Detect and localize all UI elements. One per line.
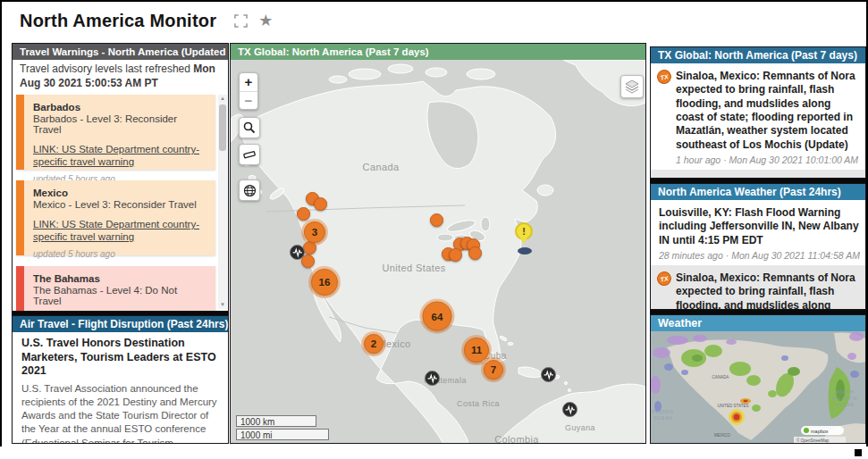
svg-text:NORTH: NORTH bbox=[836, 390, 855, 395]
zoom-control: + − bbox=[239, 72, 258, 110]
severity-bar bbox=[16, 180, 24, 255]
zoom-in-button[interactable]: + bbox=[240, 73, 257, 91]
scale-mi: 1000 mi bbox=[236, 429, 329, 440]
feed-item[interactable]: Dominican Republic: Coronavirus bbox=[651, 170, 865, 179]
scale-km: 1000 km bbox=[236, 415, 316, 427]
severity-bar bbox=[16, 95, 24, 170]
map-country-label: United States bbox=[382, 263, 445, 273]
tx-logo-icon: TX bbox=[656, 271, 673, 288]
dashboard: North America Monitor ★ Travel Warnings … bbox=[0, 0, 868, 459]
map-header: TX Global: North America (Past 7 days) bbox=[231, 44, 645, 60]
air-travel-panel: Air Travel - Flight Disruption (Past 24h… bbox=[12, 315, 229, 444]
favorite-star-icon[interactable]: ★ bbox=[258, 14, 273, 28]
earthquake-marker[interactable] bbox=[541, 367, 556, 382]
travel-warning-card[interactable]: Mexico Mexico - Level 3: Reconsider Trav… bbox=[16, 180, 215, 255]
warning-country: Barbados bbox=[33, 102, 206, 113]
weather-panel: Weather bbox=[650, 314, 866, 444]
map-country-label: Guyana bbox=[565, 423, 595, 432]
svg-text:UNITED STATES: UNITED STATES bbox=[718, 404, 749, 408]
event-cluster-marker[interactable]: 2 bbox=[364, 334, 383, 354]
map-canvas[interactable]: CanadaUnited StatesMexicoCubaGuatemalaCo… bbox=[231, 60, 645, 443]
ruler-icon bbox=[243, 148, 256, 161]
event-dot-marker[interactable] bbox=[314, 197, 327, 211]
event-cluster-marker[interactable]: 7 bbox=[484, 360, 503, 380]
map-panel: TX Global: North America (Past 7 days) bbox=[230, 43, 646, 444]
page-title: North America Monitor bbox=[20, 11, 216, 31]
globe-icon bbox=[243, 184, 257, 197]
scroll-up-icon[interactable]: ▲ bbox=[220, 95, 225, 103]
event-dot-marker[interactable] bbox=[303, 241, 316, 255]
earthquake-marker[interactable] bbox=[290, 245, 305, 260]
svg-text:mapbox: mapbox bbox=[811, 429, 829, 434]
warning-country: The Bahamas bbox=[33, 273, 206, 284]
travel-warning-card[interactable]: Barbados Barbados - Level 3: Reconsider … bbox=[16, 95, 215, 170]
svg-text:PACIFIC: PACIFIC bbox=[653, 410, 674, 414]
layers-icon bbox=[624, 79, 640, 95]
scroll-down-icon[interactable]: ▼ bbox=[220, 301, 225, 309]
warning-updated: updated 5 hours ago bbox=[33, 249, 206, 259]
feed-item[interactable]: TX Sinaloa, Mexico: Remnants of Nora exp… bbox=[651, 265, 865, 310]
warning-level: Barbados - Level 3: Reconsider Travel bbox=[33, 113, 206, 135]
alert-pin-marker[interactable]: ! bbox=[515, 222, 533, 240]
map-country-label: Colombia bbox=[494, 434, 539, 443]
event-dot-marker[interactable] bbox=[297, 207, 310, 221]
earthquake-marker[interactable] bbox=[562, 402, 577, 417]
tx-global-feed-panel: TX Global: North America (Past 7 days) T… bbox=[650, 46, 866, 179]
travel-warning-card[interactable]: The Bahamas The Bahamas - Level 4: Do No… bbox=[16, 266, 215, 311]
window-border-left bbox=[0, 0, 2, 446]
search-icon bbox=[243, 121, 256, 134]
feed-item-meta: 28 minutes ago · Mon Aug 30 2021 11:04:5… bbox=[659, 250, 860, 261]
warning-level: The Bahamas - Level 4: Do Not Travel bbox=[33, 285, 206, 306]
air-travel-header: Air Travel - Flight Disruption (Past 24h… bbox=[13, 316, 228, 332]
feed-item-title: Sinaloa, Mexico: Remnants of Nora expect… bbox=[676, 271, 860, 310]
fullscreen-icon[interactable] bbox=[234, 14, 248, 28]
severity-bar bbox=[16, 266, 24, 311]
weather-header: Weather bbox=[651, 315, 865, 331]
svg-text:OCEAN: OCEAN bbox=[835, 403, 854, 407]
travel-list-scrollbar[interactable]: ▲ ▼ bbox=[218, 95, 227, 309]
measure-control[interactable] bbox=[239, 144, 260, 165]
event-cluster-marker[interactable]: 64 bbox=[423, 302, 452, 331]
event-cluster-marker[interactable]: 11 bbox=[464, 338, 489, 363]
search-control[interactable] bbox=[239, 117, 260, 138]
event-cluster-marker[interactable]: 16 bbox=[311, 269, 338, 296]
map-country-label: Costa Rica bbox=[457, 399, 500, 408]
feed-item-meta: 1 hour ago · Mon Aug 30 2021 10:01:00 AM… bbox=[676, 154, 860, 165]
warning-country: Mexico bbox=[33, 188, 206, 198]
travel-warning-list: Barbados Barbados - Level 3: Reconsider … bbox=[13, 93, 228, 311]
svg-text:OCEAN: OCEAN bbox=[653, 416, 672, 421]
feed-item[interactable]: Louisville, KY: Flash Flood Warning incl… bbox=[651, 200, 865, 265]
article-headline: U.S. Travel Honors Destination Marketers… bbox=[21, 337, 219, 379]
earthquake-marker[interactable] bbox=[425, 371, 440, 386]
flood-marker[interactable] bbox=[518, 247, 532, 255]
event-cluster-marker[interactable]: 3 bbox=[304, 221, 325, 243]
air-travel-article[interactable]: U.S. Travel Honors Destination Marketers… bbox=[13, 332, 228, 444]
tx-logo-icon: TX bbox=[656, 69, 673, 86]
svg-text:CANADA: CANADA bbox=[712, 375, 729, 380]
event-dot-marker[interactable] bbox=[449, 248, 462, 262]
refresh-note-text: Travel advisory levels last refreshed bbox=[20, 63, 193, 75]
resize-handle[interactable] bbox=[855, 449, 862, 456]
svg-text:© OpenStreetMap: © OpenStreetMap bbox=[796, 438, 830, 443]
travel-warnings-header: Travel Warnings - North America (Updated… bbox=[13, 44, 228, 60]
feed-item-title: Louisville, KY: Flash Flood Warning incl… bbox=[659, 206, 860, 247]
weather-radar-map[interactable]: CANADA UNITED STATES MEXICO NORTH ATLANT… bbox=[651, 331, 865, 444]
zoom-out-button[interactable]: − bbox=[240, 91, 257, 110]
article-body: U.S. Travel Association announced the re… bbox=[21, 382, 219, 444]
title-row: North America Monitor ★ bbox=[20, 11, 273, 31]
na-weather-feed-panel: North America Weather (Past 24hrs) Louis… bbox=[650, 183, 866, 310]
na-weather-feed-header: North America Weather (Past 24hrs) bbox=[651, 184, 865, 200]
event-dot-marker[interactable] bbox=[430, 213, 443, 227]
warning-level: Mexico - Level 3: Reconsider Travel bbox=[33, 199, 206, 210]
feed-item[interactable]: TX Sinaloa, Mexico: Remnants of Nora exp… bbox=[651, 63, 865, 170]
state-dept-link[interactable]: LINK: US State Department country-specif… bbox=[33, 218, 206, 244]
tx-global-feed-header: TX Global: North America (Past 7 days) bbox=[651, 47, 865, 63]
globe-control[interactable] bbox=[239, 179, 260, 201]
refresh-note: Travel advisory levels last refreshed Mo… bbox=[13, 60, 228, 92]
svg-text:MEXICO: MEXICO bbox=[714, 433, 730, 438]
layers-control[interactable] bbox=[620, 75, 644, 98]
state-dept-link[interactable]: LINK: US State Department country-specif… bbox=[33, 143, 206, 169]
window-border-top bbox=[0, 0, 868, 2]
travel-warnings-panel: Travel Warnings - North America (Updated… bbox=[12, 43, 229, 312]
event-dot-marker[interactable] bbox=[468, 246, 482, 260]
